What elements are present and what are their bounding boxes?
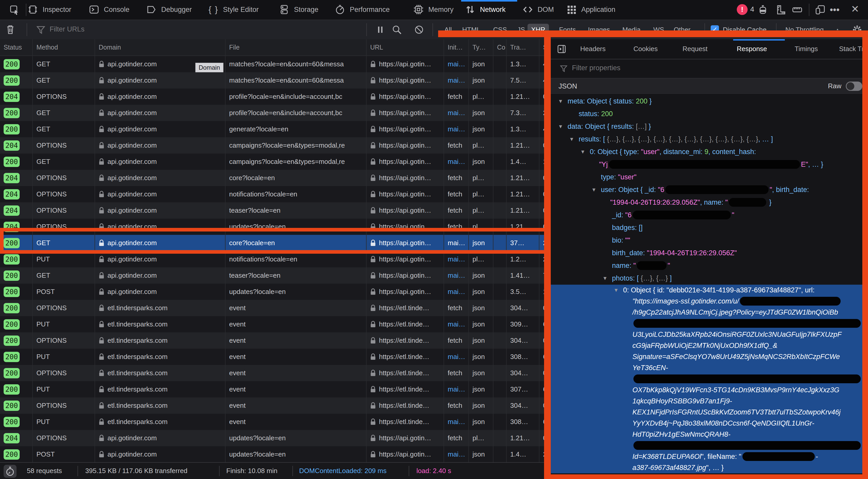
block-icon[interactable] [414, 25, 424, 35]
column-header-ty[interactable]: Ty… [469, 39, 493, 56]
measuring-tool-icon[interactable] [776, 5, 786, 15]
table-row[interactable]: 200POSTapi.gotinder.comupdates?locale=en… [0, 284, 549, 300]
expand-arrow-icon[interactable]: ▼ [580, 145, 585, 158]
json-tree-row[interactable]: HdT0piZHv1gESwNmcQRAH8- [551, 429, 868, 440]
table-row[interactable]: 200POSTapi.gotinder.comupdates?locale=en… [0, 446, 549, 463]
table-row[interactable]: 200OPTIONSetl.tindersparks.comeventhttps… [0, 333, 549, 349]
json-tree-row[interactable]: "1994-04-26T19:26:29.056Z", name: " } [551, 196, 868, 209]
detail-tab-request[interactable]: Request [683, 39, 708, 58]
json-tree-row[interactable]: bio: "" [551, 234, 868, 247]
table-row[interactable]: 204OPTIONSapi.gotinder.comnotifications?… [0, 186, 549, 202]
json-tree-row[interactable]: type: "user" [551, 171, 868, 183]
detail-tab-cookies[interactable]: Cookies [633, 39, 658, 58]
json-tree-row[interactable]: /h9gCp22atcjJhA9NLCmjCj.jpeg?Policy=eyJT… [551, 307, 868, 318]
json-tree-row[interactable]: birth_date: "1994-04-26T19:26:29.056Z" [551, 247, 868, 260]
json-tree-row[interactable] [551, 373, 868, 384]
table-row[interactable]: 200GETapi.gotinder.comgenerate?locale=en… [0, 121, 549, 137]
json-tree-row[interactable] [551, 318, 868, 329]
table-row[interactable]: 204OPTIONSapi.gotinder.comupdates?locale… [0, 430, 549, 446]
column-header-status[interactable]: Status [0, 39, 33, 56]
expand-arrow-icon[interactable]: ▼ [614, 285, 619, 296]
table-row[interactable]: 200GETapi.gotinder.comDomainmatches?loca… [0, 56, 549, 72]
json-tree-row[interactable]: badges: [] [551, 221, 868, 234]
json-tree-row[interactable]: name: "" [551, 260, 868, 272]
json-tree-row[interactable]: 1qkcqBHoyRSBBG9vB7an1Fj9- [551, 396, 868, 407]
tab-console[interactable]: Console [89, 0, 129, 19]
close-devtools-button[interactable]: ✕ [851, 4, 859, 14]
responsive-design-mode-button[interactable] [815, 5, 826, 15]
tab-storage[interactable]: Storage [279, 0, 318, 19]
column-header-init[interactable]: Init… [444, 39, 469, 56]
table-row[interactable]: 200PUTetl.tindersparks.comeventhttps://e… [0, 414, 549, 430]
json-tree-row[interactable]: U3LyoiLCJDb25kaXRpb24iOnsiRGF0ZUxlc3NUaG… [551, 329, 868, 340]
json-tree-row[interactable] [551, 440, 868, 451]
json-tree-row[interactable]: ▼data: Object { results: […] } [551, 120, 868, 133]
column-header-method[interactable]: Method [33, 39, 95, 56]
table-row[interactable]: 200GETapi.gotinder.commatches?locale=en&… [0, 72, 549, 89]
tab-network[interactable]: Network [465, 0, 505, 19]
table-row[interactable]: 200OPTIONSetl.tindersparks.comeventhttps… [0, 300, 549, 316]
column-header-co[interactable]: Co [493, 39, 506, 56]
json-tree-row[interactable]: YeT36cEN- [551, 362, 868, 373]
table-row[interactable]: 204OPTIONSapi.gotinder.comteaser?locale=… [0, 202, 549, 218]
meatball-menu-button[interactable]: ••• [830, 5, 840, 14]
json-tree-row[interactable]: status: 200 [551, 108, 868, 120]
json-tree-row[interactable]: _id: "6" [551, 209, 868, 221]
search-icon[interactable] [392, 25, 402, 35]
json-tree-row[interactable]: ▼user: Object { _id: "6", birth_date: [551, 183, 868, 196]
pause-icon[interactable] [375, 25, 385, 35]
filter-properties-input[interactable]: Filter properties [572, 64, 621, 72]
expand-arrow-icon[interactable]: ▼ [558, 95, 563, 108]
tab-inspector[interactable]: Inspector [28, 0, 71, 19]
table-row[interactable]: 200GETapi.gotinder.comcampaigns?locale=e… [0, 153, 549, 170]
column-header-tra[interactable]: Tra… [506, 39, 539, 56]
json-tree-row[interactable]: ▼photos: [ {…}, {…} ] [551, 272, 868, 285]
error-count-badge[interactable]: ! [737, 4, 748, 15]
table-row[interactable]: 200GETapi.gotinder.comprofile?locale=en&… [0, 105, 549, 121]
tab-application[interactable]: Application [566, 0, 615, 19]
table-row[interactable]: 204OPTIONSapi.gotinder.comprofile?locale… [0, 89, 549, 105]
detail-tab-headers[interactable]: Headers [580, 39, 606, 58]
json-tree-row[interactable]: KEX1NFjdPrIsFGRntUScBkKvfZoom6TV3Tbtt7ul… [551, 407, 868, 418]
json-tree-row[interactable]: "https://images-ssl.gotinder.com/u/ [551, 296, 868, 307]
table-row[interactable]: 204OPTIONSapi.gotinder.comcampaigns?loca… [0, 137, 549, 153]
expand-arrow-icon[interactable]: ▼ [591, 183, 596, 196]
expand-arrow-icon[interactable]: ▼ [569, 133, 574, 145]
pick-element-button[interactable] [9, 5, 20, 15]
json-tree-row[interactable]: ▼meta: Object { status: 200 } [551, 95, 868, 108]
tab-debugger[interactable]: Debugger [146, 0, 192, 19]
table-row[interactable]: 200OPTIONSetl.tindersparks.comeventhttps… [0, 365, 549, 381]
column-header-url[interactable]: URL [367, 39, 444, 56]
json-tree-row[interactable]: cG9jaFRpbWUiOjE2MTk0NjUxODh9fX1dfQ_& [551, 340, 868, 351]
json-tree-row[interactable]: Signature=aSFeClsqYO7w8UrU49Z5jNsMqNCS2R… [551, 351, 868, 362]
table-row[interactable]: 200PUTetl.tindersparks.comeventhttps://e… [0, 316, 549, 333]
table-row[interactable]: 204OPTIONSapi.gotinder.comcore?locale=en… [0, 170, 549, 186]
split-console-icon[interactable] [556, 44, 567, 54]
table-row[interactable]: 200PUTetl.tindersparks.comeventhttps://e… [0, 381, 549, 398]
json-tree-row[interactable]: "YjE", … } [551, 158, 868, 171]
column-header-file[interactable]: File [225, 39, 367, 56]
tab-dom[interactable]: DOM [523, 0, 554, 19]
json-tree-row[interactable]: YyYXDvB4j~PqJ8o38xlM08nDCcsn6f-QeNDGIIQf… [551, 418, 868, 429]
detail-tab-timings[interactable]: Timings [795, 39, 818, 58]
json-tree-row[interactable]: Id=K368TLDEUPA6Ol", fileName: "- [551, 451, 868, 462]
clear-requests-button[interactable] [5, 24, 16, 35]
json-selected-node[interactable]: ▼0: Object { id: "debb021e-34f1-4199-a38… [551, 285, 868, 473]
json-tree-row[interactable]: ▼0: Object { id: "debb021e-34f1-4199-a38… [551, 285, 868, 296]
json-tree-row[interactable]: OX7bKkp8kQjV19WFcn3-5TG14cDn9KB3MvsP9rnY… [551, 384, 868, 396]
tab-style-editor[interactable]: { }Style Editor [209, 0, 258, 19]
table-row[interactable]: 200OPTIONSetl.tindersparks.comeventhttps… [0, 398, 549, 414]
column-header-domain[interactable]: Domain [95, 39, 225, 56]
expand-arrow-icon[interactable]: ▼ [602, 272, 608, 285]
json-tree-row[interactable]: ▼0: Object { type: "user", distance_mi: … [551, 145, 868, 158]
json-tree-row[interactable]: ▼results: [ {…}, {…}, {…}, {…}, {…}, {…}… [551, 133, 868, 145]
filter-urls-input[interactable]: Filter URLs [50, 25, 85, 33]
tab-memory[interactable]: Memory [413, 0, 454, 19]
expand-arrow-icon[interactable]: ▼ [558, 120, 563, 133]
paint-icon[interactable] [758, 5, 768, 15]
detail-tab-response[interactable]: Response [737, 39, 767, 58]
raw-toggle[interactable] [846, 81, 862, 91]
tab-performance[interactable]: Performance [335, 0, 390, 19]
table-row[interactable]: 200GETapi.gotinder.comteaser?locale=enht… [0, 267, 549, 284]
json-tree-row[interactable]: a387-69673af48827.jpg", … } [551, 462, 868, 473]
